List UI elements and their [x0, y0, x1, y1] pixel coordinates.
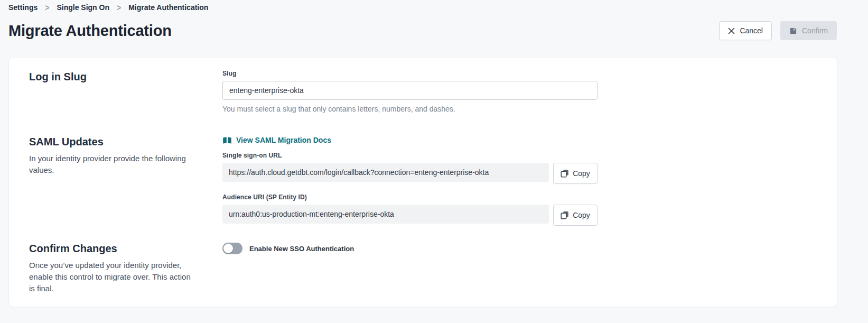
save-floppy-icon [789, 27, 797, 35]
copy-audience-uri-button[interactable]: Copy [553, 205, 598, 226]
copy-button-label: Copy [573, 169, 590, 178]
copy-pages-icon [561, 211, 569, 219]
copy-pages-icon [561, 169, 569, 178]
cancel-button-label: Cancel [740, 26, 763, 35]
saml-updates-description: In your identity provider provide the fo… [29, 153, 198, 176]
page-title: Migrate Authentication [8, 22, 172, 40]
confirm-changes-heading: Confirm Changes [29, 242, 222, 255]
confirm-button-label: Confirm [802, 26, 828, 35]
page-header: Settings > Single Sign On > Migrate Auth… [0, 0, 868, 42]
breadcrumb-migrate-authentication[interactable]: Migrate Authentication [128, 3, 208, 12]
confirm-changes-description: Once you’ve updated your identity provid… [29, 260, 198, 294]
enable-sso-toggle[interactable] [222, 243, 242, 254]
saml-updates-heading: SAML Updates [29, 135, 222, 149]
copy-sso-url-button[interactable]: Copy [553, 163, 598, 184]
saml-updates-section: SAML Updates In your identity provider p… [29, 135, 817, 226]
slug-label: Slug [222, 70, 598, 78]
cancel-button[interactable]: Cancel [719, 21, 772, 40]
enable-sso-toggle-label: Enable New SSO Authentication [249, 245, 354, 253]
copy-button-label: Copy [573, 211, 590, 219]
slug-input[interactable] [222, 81, 598, 100]
audience-uri-value: urn:auth0:us-production-mt:enteng-enterp… [222, 205, 549, 224]
confirm-button[interactable]: Confirm [780, 21, 837, 40]
close-icon [728, 27, 735, 34]
breadcrumb-single-sign-on[interactable]: Single Sign On [57, 3, 109, 12]
audience-uri-label: Audience URI (SP Entity ID) [222, 193, 598, 201]
sso-url-value: https://auth.cloud.getdbt.com/login/call… [222, 163, 549, 182]
migrate-authentication-card: Log in Slug Slug You must select a slug … [9, 58, 837, 307]
sso-url-label: Single sign-on URL [222, 152, 598, 160]
login-slug-heading: Log in Slug [29, 70, 222, 84]
breadcrumb: Settings > Single Sign On > Migrate Auth… [8, 3, 837, 12]
toggle-knob [223, 244, 233, 253]
view-saml-migration-docs-link[interactable]: View SAML Migration Docs [222, 135, 331, 145]
header-actions: Cancel Confirm [719, 21, 837, 40]
docs-link-label: View SAML Migration Docs [236, 135, 331, 145]
breadcrumb-settings[interactable]: Settings [8, 3, 38, 12]
open-book-icon [222, 136, 232, 144]
slug-helper-text: You must select a slug that only contain… [222, 104, 598, 114]
chevron-right-icon: > [45, 3, 49, 12]
confirm-changes-section: Confirm Changes Once you’ve updated your… [29, 242, 817, 294]
chevron-right-icon: > [117, 3, 121, 12]
login-slug-section: Log in Slug Slug You must select a slug … [29, 70, 817, 114]
